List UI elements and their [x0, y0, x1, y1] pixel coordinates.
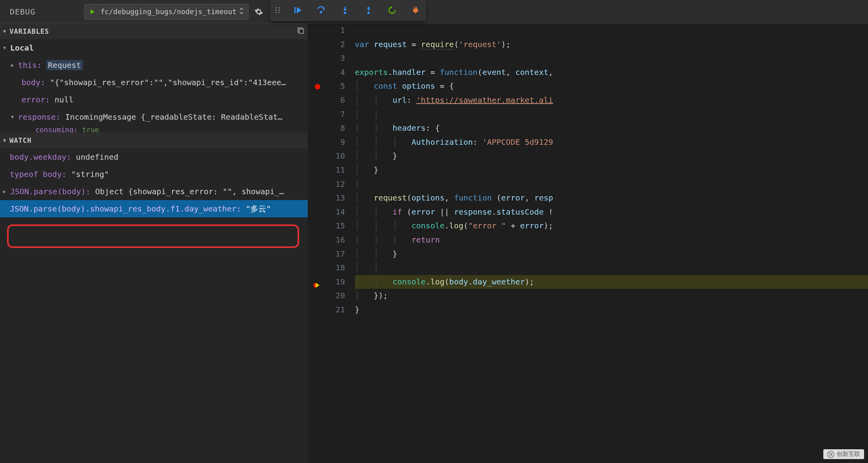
watch-item[interactable]: body.weekday: undefined	[0, 148, 308, 166]
line-number: 17	[308, 247, 345, 261]
code-line	[355, 51, 868, 66]
debug-header: DEBUG fc/debugging_bugs/nodejs_timeout	[0, 0, 868, 24]
debug-label: DEBUG	[0, 7, 45, 16]
scope-label: Local	[10, 43, 34, 53]
config-name: fc/debugging_bugs/nodejs_timeout	[100, 7, 236, 16]
code-line: │ │ headers: {	[355, 121, 868, 135]
line-number: 7	[308, 108, 345, 122]
var-key: this:	[18, 60, 42, 70]
var-body[interactable]: body: "{"showapi_res_error":"","showapi_…	[0, 74, 308, 91]
line-number: 21	[308, 303, 345, 317]
line-number: 1	[308, 24, 345, 38]
code-line-current: │ │ console.log(body.day_weether);	[355, 275, 868, 289]
watch-item[interactable]: typeof body: "string"	[0, 166, 308, 183]
var-value: "{"showapi_res_error":"","showapi_res_id…	[50, 78, 286, 87]
var-consuming[interactable]: consuming: true	[0, 126, 308, 133]
line-number: 13	[308, 191, 345, 205]
step-into-button[interactable]	[339, 4, 351, 16]
svg-point-5	[279, 12, 280, 13]
debug-toolbar	[271, 0, 426, 21]
drag-handle-icon[interactable]	[275, 6, 280, 14]
svg-rect-13	[414, 7, 415, 9]
chevron-right-icon: ▶	[11, 62, 18, 68]
variables-title: VARIABLES	[9, 27, 49, 35]
chevron-right-icon: ▶	[3, 189, 10, 194]
svg-point-1	[279, 7, 280, 8]
var-this[interactable]: ▶ this: Request	[0, 57, 308, 74]
var-key: body:	[22, 78, 45, 87]
watch-title: WATCH	[9, 137, 31, 144]
watch-item[interactable]: ▶ JSON.parse(body): Object {showapi_res_…	[0, 183, 308, 200]
watermark: 创新互联	[823, 449, 864, 459]
var-response[interactable]: ▼ response: IncomingMessage {_readableSt…	[0, 108, 308, 126]
collapse-all-icon[interactable]	[297, 27, 305, 36]
svg-point-7	[320, 11, 322, 13]
code-line	[355, 24, 868, 38]
gutter: 1 2 3 4 5 6 7 8 9 10 11 12 13 14 15 16 1…	[308, 24, 355, 463]
collapse-icon: ▼	[3, 138, 6, 143]
code-line: │ │ │ console.log("error " + error);	[355, 219, 868, 233]
svg-rect-12	[413, 9, 418, 12]
code-line: │	[355, 177, 868, 191]
line-number: 14	[308, 205, 345, 219]
editor[interactable]: 1 2 3 4 5 6 7 8 9 10 11 12 13 14 15 16 1…	[308, 24, 868, 463]
code-line: }	[355, 303, 868, 317]
code-line: │ │ }	[355, 247, 868, 261]
launch-config-selector[interactable]: fc/debugging_bugs/nodejs_timeout	[84, 4, 249, 20]
gear-icon[interactable]	[254, 7, 263, 16]
watch-item-selected[interactable]: JSON.parse(body).showapi_res_body.f1.day…	[0, 200, 308, 217]
svg-rect-6	[294, 7, 296, 13]
line-number: 6	[308, 93, 345, 108]
annotation-highlight	[7, 224, 299, 248]
restart-button[interactable]	[386, 4, 398, 16]
variables-section-header[interactable]: ▼ VARIABLES	[0, 24, 308, 39]
code-line: │ │ │ Authorization: 'APPCODE 5d9129	[355, 135, 868, 149]
code-area[interactable]: var request = require('request'); export…	[355, 24, 868, 463]
var-key: error:	[22, 95, 50, 104]
breakpoint-icon[interactable]	[315, 84, 320, 89]
svg-point-11	[367, 12, 370, 14]
disconnect-button[interactable]	[410, 4, 421, 16]
line-number: 8	[308, 121, 345, 135]
svg-rect-17	[299, 29, 303, 33]
watch-section-header[interactable]: ▼ WATCH	[0, 133, 308, 148]
var-value: Request	[46, 60, 82, 70]
code-line: │ │ url: 'https://saweather.market.ali	[355, 93, 868, 108]
chevron-down-icon: ▼	[11, 114, 18, 120]
code-line: │ │ │ return	[355, 233, 868, 247]
code-line: │ request(options, function (error, resp	[355, 191, 868, 205]
line-number: 12	[308, 177, 345, 191]
continue-button[interactable]	[292, 4, 304, 16]
line-number: 4	[308, 66, 345, 80]
var-value: IncomingMessage {_readableState: Readabl…	[65, 112, 282, 122]
line-number: 16	[308, 233, 345, 247]
code-line: exports.handler = function(event, contex…	[355, 66, 868, 80]
line-number: 10	[308, 149, 345, 163]
code-line: │ });	[355, 289, 868, 303]
line-number: 3	[308, 51, 345, 66]
svg-point-2	[276, 9, 277, 11]
code-line: │ │	[355, 108, 868, 122]
debug-sidebar: ▼ VARIABLES ▼ Local ▶ this: Request body…	[0, 24, 308, 463]
step-over-button[interactable]	[316, 4, 327, 16]
svg-point-0	[276, 7, 277, 8]
line-number: 15	[308, 219, 345, 233]
scope-local[interactable]: ▼ Local	[0, 39, 308, 57]
code-line: │ │	[355, 261, 868, 275]
collapse-icon: ▼	[3, 29, 6, 34]
svg-point-9	[344, 12, 346, 14]
chevron-down-icon: ▼	[3, 45, 10, 51]
line-number: 2	[308, 38, 345, 52]
start-debug-icon[interactable]	[89, 9, 96, 15]
code-line: var request = require('request');	[355, 38, 868, 52]
code-line: │ │ }	[355, 149, 868, 163]
line-number: 11	[308, 163, 345, 177]
line-number: 5	[308, 79, 345, 93]
step-out-button[interactable]	[363, 4, 374, 16]
svg-rect-14	[416, 7, 417, 9]
line-number: 9	[308, 135, 345, 149]
chevron-updown-icon[interactable]	[240, 8, 243, 15]
var-error[interactable]: error: null	[0, 91, 308, 108]
code-line: │ const options = {	[355, 79, 868, 93]
svg-point-4	[276, 12, 277, 13]
